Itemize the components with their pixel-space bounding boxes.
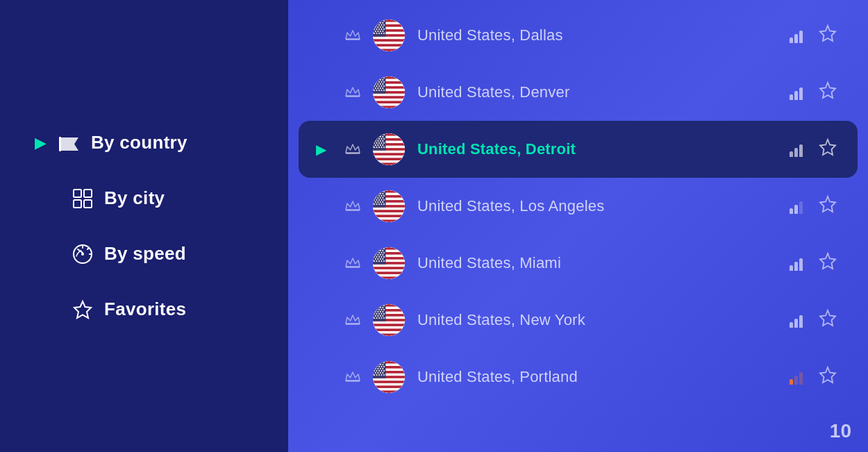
svg-point-223 [377,258,378,260]
svg-point-85 [374,85,375,87]
svg-point-168 [383,195,385,196]
speed-icon [71,242,94,266]
svg-point-131 [378,142,380,144]
svg-point-156 [376,191,378,192]
svg-point-25 [378,20,380,22]
svg-rect-153 [373,219,405,222]
svg-rect-285 [373,390,405,393]
server-row[interactable]: ▶ United States, New York [288,292,868,349]
svg-point-70 [381,77,383,78]
svg-point-208 [374,252,375,253]
svg-point-298 [378,366,380,367]
flag-us [373,190,405,222]
svg-point-162 [380,193,381,194]
favorite-star[interactable] [815,362,840,392]
svg-rect-242 [373,304,385,321]
svg-point-230 [383,260,385,262]
svg-point-71 [383,77,385,78]
svg-rect-241 [373,333,405,336]
server-row[interactable]: ▶ United States, Denver [288,64,868,121]
favorite-star[interactable] [815,78,840,108]
svg-point-47 [377,31,378,32]
sidebar-item-label-by-speed: By speed [104,243,186,265]
svg-rect-151 [373,210,405,212]
flag-us [373,19,405,51]
flag-us [373,361,405,393]
server-row[interactable]: ▶ United States, Dallas [288,7,868,64]
svg-rect-66 [373,76,385,94]
svg-marker-187 [820,196,835,212]
svg-point-304 [382,368,383,369]
favorite-star[interactable] [815,21,840,51]
svg-point-272 [378,317,380,319]
signal-icon [790,85,803,100]
svg-rect-154 [373,190,385,208]
svg-point-114 [381,134,383,135]
sidebar-item-by-city[interactable]: By city [21,174,267,223]
favorites-star-icon [71,298,94,321]
svg-point-52 [378,33,380,34]
server-row[interactable]: ▶ United States, Miami [288,235,868,292]
svg-rect-286 [373,361,385,378]
svg-point-199 [374,248,375,249]
svg-rect-3 [74,200,81,208]
sidebar-item-favorites[interactable]: Favorites [21,285,267,334]
svg-point-44 [381,28,383,30]
signal-icon [790,199,803,214]
sidebar-item-by-country[interactable]: ▶ By country [21,119,267,167]
crown-icon [345,142,360,158]
crown-icon [345,312,360,328]
svg-point-273 [381,317,383,319]
svg-point-253 [376,309,378,310]
signal-icon [790,142,803,157]
svg-point-120 [374,138,375,140]
svg-point-38 [377,26,378,28]
svg-point-48 [380,31,381,32]
svg-point-316 [378,374,380,376]
svg-point-307 [378,370,380,371]
svg-point-218 [376,256,378,258]
svg-point-23 [374,20,375,22]
svg-point-122 [378,138,380,140]
crown-icon [345,199,360,215]
svg-point-84 [382,83,383,85]
svg-point-257 [375,311,376,312]
favorite-star[interactable] [815,192,840,221]
svg-point-89 [383,85,385,87]
svg-point-228 [378,260,380,262]
svg-point-163 [382,193,383,194]
favorite-star[interactable] [815,249,840,278]
svg-point-35 [381,24,383,26]
server-name: United States, Portland [417,368,777,386]
svg-point-226 [374,260,375,262]
svg-point-259 [380,311,381,312]
svg-point-155 [374,191,375,192]
favorite-star[interactable] [815,305,840,335]
svg-point-246 [381,305,383,306]
svg-point-311 [377,372,378,374]
svg-point-54 [383,33,385,34]
svg-point-139 [376,147,378,148]
svg-point-50 [374,33,375,34]
svg-point-178 [375,201,376,203]
svg-point-134 [375,144,376,146]
svg-point-27 [383,20,385,22]
favorite-star[interactable] [815,135,840,165]
svg-point-254 [378,309,380,310]
server-row-selected[interactable]: ▶ United States, Detroit [299,121,858,178]
play-arrow-icon: ▶ [35,134,47,152]
server-row[interactable]: ▶ United States, Los Angeles [288,178,868,235]
svg-point-128 [382,140,383,142]
page-number: 10 [830,420,851,442]
svg-point-130 [376,142,378,144]
svg-point-88 [381,85,383,87]
svg-point-260 [382,311,383,312]
svg-point-261 [374,313,375,315]
server-row[interactable]: ▶ United States, Portland [288,349,868,405]
svg-point-258 [377,311,378,312]
svg-point-82 [377,83,378,85]
svg-point-87 [378,85,380,87]
sidebar-item-by-speed[interactable]: By speed [21,230,267,278]
svg-point-247 [383,305,385,306]
svg-point-169 [375,197,376,199]
